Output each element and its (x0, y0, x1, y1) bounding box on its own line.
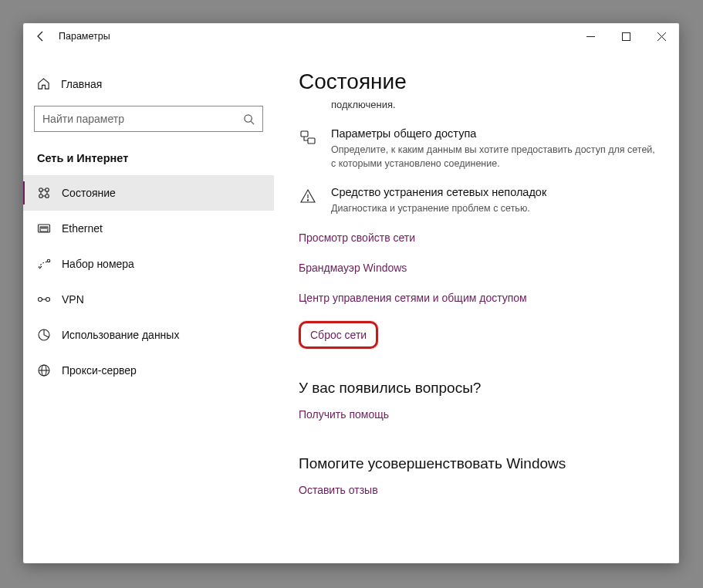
sidebar-item-dialup[interactable]: Набор номера (23, 246, 274, 282)
link-feedback[interactable]: Оставить отзыв (299, 484, 378, 496)
svg-rect-28 (301, 131, 308, 137)
proxy-icon (37, 363, 51, 377)
svg-point-21 (39, 298, 42, 302)
page-heading: Состояние (299, 69, 662, 94)
link-get-help[interactable]: Получить помощь (299, 408, 389, 421)
sharing-icon (299, 129, 316, 146)
highlighted-network-reset[interactable]: Сброс сети (299, 321, 378, 349)
svg-point-6 (39, 188, 43, 192)
sidebar-item-ethernet[interactable]: Ethernet (23, 211, 274, 246)
sidebar-item-vpn[interactable]: VPN (23, 282, 274, 317)
svg-point-4 (245, 114, 252, 121)
svg-point-7 (46, 188, 49, 192)
link-firewall[interactable]: Брандмауэр Windows (299, 262, 407, 274)
sidebar: Главная Сеть и Интернет Состояние Ethern… (23, 49, 274, 563)
content-pane: Состояние подключения. Параметры общего … (274, 49, 679, 563)
block-desc: Диагностика и устранение проблем с сетью… (331, 201, 546, 215)
svg-rect-29 (308, 138, 315, 144)
help-heading: У вас появились вопросы? (299, 380, 662, 397)
home-label: Главная (61, 78, 102, 90)
svg-point-8 (39, 194, 43, 198)
sidebar-item-label: Ethernet (62, 222, 103, 235)
svg-line-5 (251, 121, 254, 124)
block-title: Средство устранения сетевых неполадок (331, 186, 546, 198)
svg-rect-1 (622, 32, 630, 40)
home-icon (37, 77, 50, 90)
svg-point-9 (46, 194, 49, 198)
svg-point-20 (47, 259, 50, 262)
sidebar-item-label: Прокси-сервер (62, 364, 137, 377)
block-title: Параметры общего доступа (331, 127, 655, 140)
ethernet-icon (37, 221, 51, 235)
troubleshoot-block[interactable]: Средство устранения сетевых неполадок Ди… (299, 186, 662, 215)
sharing-options-block[interactable]: Параметры общего доступа Определите, к к… (299, 127, 662, 171)
sidebar-item-label: VPN (62, 293, 84, 306)
maximize-button[interactable] (608, 23, 644, 49)
svg-point-31 (307, 200, 308, 201)
search-input[interactable] (42, 113, 243, 125)
sidebar-item-status[interactable]: Состояние (23, 175, 274, 211)
close-button[interactable] (644, 23, 679, 49)
link-view-properties[interactable]: Просмотр свойств сети (299, 231, 415, 244)
link-network-center[interactable]: Центр управления сетями и общим доступом (299, 292, 527, 304)
sidebar-item-datausage[interactable]: Использование данных (23, 317, 274, 353)
link-network-reset[interactable]: Сброс сети (310, 329, 367, 341)
page-subtext: подключения. (331, 99, 662, 110)
sidebar-section-label: Сеть и Интернет (23, 132, 274, 175)
warning-icon (299, 188, 316, 204)
minimize-button[interactable] (573, 23, 608, 49)
dialup-icon (37, 257, 51, 271)
window-title: Параметры (59, 31, 110, 42)
feedback-heading: Помогите усовершенствовать Windows (299, 455, 662, 472)
search-box[interactable] (34, 106, 263, 132)
search-icon (243, 113, 255, 125)
vpn-icon (37, 292, 51, 306)
status-icon (37, 186, 51, 200)
home-link[interactable]: Главная (23, 69, 274, 98)
sidebar-item-label: Состояние (62, 187, 116, 199)
sidebar-item-label: Использование данных (62, 329, 179, 341)
settings-window: Параметры Главная Сеть и Интернет (23, 23, 679, 563)
svg-point-22 (46, 298, 50, 302)
titlebar: Параметры (23, 23, 679, 49)
back-button[interactable] (23, 23, 59, 49)
sidebar-item-proxy[interactable]: Прокси-сервер (23, 353, 274, 388)
datausage-icon (37, 328, 51, 342)
block-desc: Определите, к каким данным вы хотите пре… (331, 143, 655, 171)
sidebar-item-label: Набор номера (62, 258, 134, 270)
